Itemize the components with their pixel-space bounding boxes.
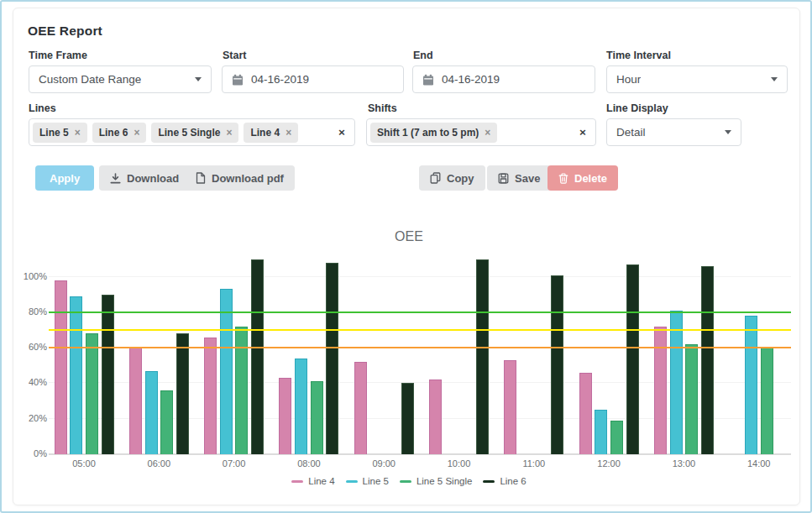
time-interval-select[interactable]: Hour (606, 65, 788, 93)
chart-bar[interactable] (745, 316, 757, 454)
chart-bar[interactable] (579, 373, 592, 454)
selected-tag[interactable]: Line 5 Single× (151, 123, 238, 143)
close-icon[interactable]: × (134, 128, 139, 138)
chart-bar[interactable] (326, 263, 338, 454)
chart-bar[interactable] (251, 259, 264, 454)
chart-bar[interactable] (220, 289, 233, 454)
chart-title: OEE (27, 229, 791, 244)
y-tick-label: 0% (34, 449, 47, 458)
chart-bar[interactable] (685, 344, 698, 454)
line-display-value: Detail (616, 126, 646, 139)
lines-multiselect[interactable]: Line 5×Line 6×Line 5 Single×Line 4× × (29, 118, 355, 146)
end-date-value: 04-16-2019 (442, 73, 500, 86)
close-icon[interactable]: × (577, 127, 589, 139)
legend-item[interactable]: Line 4 (291, 476, 334, 486)
selected-tag[interactable]: Line 4× (244, 123, 298, 143)
chart-bar[interactable] (160, 390, 173, 454)
x-tick-label: 12:00 (586, 458, 631, 469)
chart-bar[interactable] (279, 378, 291, 454)
legend-item[interactable]: Line 6 (483, 476, 526, 486)
chart-bar[interactable] (429, 380, 442, 454)
apply-button[interactable]: Apply (35, 165, 94, 191)
lines-chip-list: Line 5×Line 6×Line 5 Single×Line 4× (33, 123, 298, 143)
start-date-input[interactable]: 04-16-2019 (222, 65, 404, 93)
x-tick-label: 11:00 (511, 458, 557, 469)
legend-marker (346, 480, 358, 483)
oee-report-page: OEE Report Time Frame Start End Time Int… (0, 0, 812, 513)
close-icon[interactable]: × (286, 128, 291, 138)
chart-bar[interactable] (476, 259, 489, 454)
chart-bar[interactable] (551, 275, 563, 454)
download-pdf-button[interactable]: Download pdf (185, 165, 295, 191)
download-button[interactable]: Download (99, 165, 190, 191)
delete-button[interactable]: Delete (547, 165, 618, 191)
selected-tag-label: Line 5 Single (158, 127, 220, 139)
line-display-select[interactable]: Detail (606, 118, 741, 146)
close-icon[interactable]: × (226, 128, 232, 138)
legend-label: Line 4 (308, 476, 334, 486)
chart-bar[interactable] (504, 360, 516, 454)
copy-button-label: Copy (447, 173, 474, 184)
chart-bar[interactable] (354, 362, 367, 454)
close-icon[interactable]: × (75, 128, 81, 138)
chart-bar[interactable] (55, 280, 67, 454)
time-frame-value: Custom Date Range (39, 73, 141, 86)
y-tick-label: 20% (29, 414, 47, 423)
x-tick-label: 07:00 (212, 458, 257, 469)
chart-bar[interactable] (86, 333, 98, 454)
chart-bar[interactable] (626, 264, 639, 454)
chart-bar[interactable] (102, 295, 114, 454)
chart-bar[interactable] (145, 371, 158, 454)
calendar-icon (232, 74, 244, 86)
start-date-value: 04-16-2019 (251, 73, 309, 86)
chart-bar[interactable] (401, 383, 414, 454)
legend-item[interactable]: Line 5 (346, 476, 389, 486)
chart-bar[interactable] (701, 266, 714, 454)
shifts-chip-list: Shift 1 (7 am to 5 pm)× (370, 123, 497, 143)
save-button[interactable]: Save (487, 165, 551, 191)
reference-line (49, 311, 791, 313)
line-display-label: Line Display (606, 102, 668, 114)
selected-tag[interactable]: Line 5× (33, 123, 87, 143)
reference-line (49, 347, 791, 348)
chart-plot-area[interactable]: 05:0006:0007:0008:0009:0010:0011:0012:00… (49, 254, 791, 454)
chart-bar[interactable] (70, 296, 82, 454)
gridline (49, 276, 791, 277)
selected-tag-label: Line 6 (99, 127, 128, 139)
chart-bar[interactable] (129, 348, 142, 454)
legend-marker (291, 480, 303, 483)
y-tick-label: 100% (24, 272, 47, 281)
chart-bar[interactable] (311, 381, 323, 454)
end-label: End (413, 50, 433, 61)
x-tick-label: 05:00 (61, 458, 107, 469)
download-button-label: Download (127, 173, 179, 184)
apply-button-label: Apply (50, 173, 80, 184)
chart-bar[interactable] (654, 327, 667, 454)
selected-tag[interactable]: Shift 1 (7 am to 5 pm)× (370, 123, 497, 143)
shifts-multiselect[interactable]: Shift 1 (7 am to 5 pm)× × (366, 118, 596, 146)
chart-bar[interactable] (610, 421, 623, 454)
legend-label: Line 5 (363, 476, 389, 486)
end-date-input[interactable]: 04-16-2019 (412, 65, 595, 93)
close-icon[interactable]: × (485, 128, 490, 138)
chart-bar[interactable] (595, 410, 607, 454)
legend-marker (483, 480, 495, 483)
legend-item[interactable]: Line 5 Single (400, 476, 473, 486)
reference-line (49, 329, 791, 331)
chart-legend: Line 4Line 5Line 5 SingleLine 6 (27, 476, 791, 486)
chart-bar[interactable] (204, 338, 217, 454)
chart-bar[interactable] (235, 327, 248, 454)
copy-button[interactable]: Copy (419, 165, 485, 191)
time-frame-label: Time Frame (29, 50, 87, 61)
chevron-down-icon (195, 77, 202, 81)
chart-bar[interactable] (295, 359, 307, 454)
chart-bar[interactable] (176, 333, 189, 454)
chart-bar[interactable] (670, 311, 683, 454)
legend-marker (400, 480, 411, 483)
download-icon (110, 173, 121, 184)
chart-bar[interactable] (761, 348, 773, 454)
time-frame-select[interactable]: Custom Date Range (29, 65, 212, 93)
close-icon[interactable]: × (336, 127, 348, 139)
selected-tag[interactable]: Line 6× (92, 123, 147, 143)
time-interval-value: Hour (616, 73, 641, 86)
